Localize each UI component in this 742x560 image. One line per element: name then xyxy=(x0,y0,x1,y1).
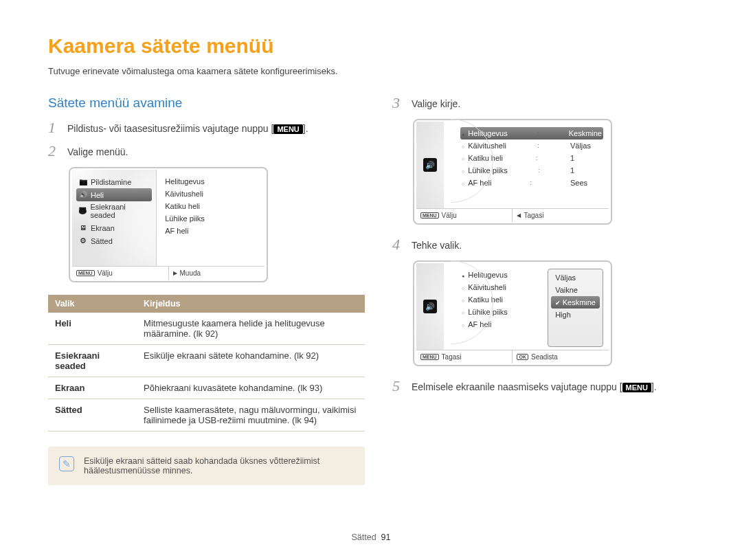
lcd-footer: MENUTagasi OKSeadista xyxy=(416,350,609,363)
step-3: 3 Valige kirje. xyxy=(392,96,694,111)
menu-item-pildistamine: Pildistamine xyxy=(76,175,152,188)
popup-option-selected: Keskmine xyxy=(551,296,600,309)
speaker-icon: 🔊 xyxy=(423,158,437,172)
step-1: 1 Pildistus- või taasesitusrežiimis vaju… xyxy=(48,120,365,135)
step1-text-post: ]. xyxy=(303,123,308,134)
table-row: Esiekraani seadedEsikülje ekraani sätete… xyxy=(48,345,365,377)
menu-item-ekraan: Ekraan xyxy=(76,221,152,234)
lcd-screenshot-item-select: 🔊 Helitugevus:Keskmine Käivitusheli:Välj… xyxy=(413,119,612,225)
step-number: 2 xyxy=(48,144,60,159)
ok-badge-small: OK xyxy=(517,354,528,360)
page-title: Kaamera sätete menüü xyxy=(48,34,694,58)
menu-item-satted: Sätted xyxy=(76,234,152,247)
lcd-left-pane: Pildistamine Heli Esiekraani seaded Ekra… xyxy=(72,170,157,266)
lcd-right-pane: Helitugevus Käivitusheli Katiku heli Lüh… xyxy=(157,170,265,266)
step2-text: Valige menüü. xyxy=(67,144,128,157)
step3-text: Valige kirje. xyxy=(412,96,460,109)
arc-decoration xyxy=(444,263,456,350)
lcd-left-icon-pane: 🔊 xyxy=(416,263,444,350)
menu-badge: MENU xyxy=(273,124,302,134)
options-table: Valik Kirjeldus HeliMitmesuguste kaamera… xyxy=(48,295,365,432)
value-popup: Väljas Vaikne Keskmine High xyxy=(548,269,603,347)
table-row: HeliMitmesuguste kaamera helide ja helit… xyxy=(48,313,365,345)
lcd-screenshot-value-select: 🔊 Helitugevus Käivitusheli Katiku heli L… xyxy=(413,260,612,366)
triangle-left-icon: ◀ xyxy=(517,212,521,219)
child-icon xyxy=(78,207,87,216)
step5-text-pre: Eelmisele ekraanile naasmiseks vajutage … xyxy=(412,381,622,392)
step-2: 2 Valige menüü. xyxy=(48,144,365,159)
note-text: Esikülje ekraani sätteid saab kohandada … xyxy=(84,456,354,475)
left-column: Sätete menüü avamine 1 Pildistus- või ta… xyxy=(48,96,365,485)
menu-item-esiekraani: Esiekraani seaded xyxy=(76,201,152,221)
note-box: ✎ Esikülje ekraani sätteid saab kohandad… xyxy=(48,447,365,485)
table-head-option: Valik xyxy=(48,295,137,313)
step-number: 1 xyxy=(48,120,60,135)
step-number: 5 xyxy=(392,379,405,394)
step5-text-post: ]. xyxy=(651,381,657,392)
submenu-item: AF heli xyxy=(164,225,259,237)
sound-icon xyxy=(78,190,87,199)
popup-option: High xyxy=(551,309,600,321)
menu-badge: MENU xyxy=(622,383,651,392)
submenu-item: Käivitusheli xyxy=(164,188,259,200)
step-5: 5 Eelmisele ekraanile naasmiseks vajutag… xyxy=(392,379,694,394)
step4-text: Tehke valik. xyxy=(412,237,462,251)
speaker-icon: 🔊 xyxy=(423,300,437,313)
page-footer: Sätted 91 xyxy=(0,533,742,542)
submenu-item: Helitugevus xyxy=(164,175,259,188)
table-row: EkraanPõhiekraani kuvasätete kohandamine… xyxy=(48,377,365,399)
menu-badge-small: MENU xyxy=(420,354,439,360)
gear-icon xyxy=(78,236,87,245)
menu-badge-small: MENU xyxy=(420,212,439,219)
table-row: SättedSelliste kaamerasätete, nagu mäluv… xyxy=(48,399,365,432)
screen-icon xyxy=(78,223,87,232)
arc-decoration xyxy=(444,122,456,208)
step1-text-pre: Pildistus- või taasesitusrežiimis vajuta… xyxy=(67,123,273,134)
right-column: 3 Valige kirje. 🔊 Helitugevus:Keskmine K… xyxy=(392,96,694,485)
note-icon: ✎ xyxy=(59,456,74,471)
menu-badge-small: MENU xyxy=(76,270,95,276)
step-number: 3 xyxy=(392,96,405,111)
popup-option: Väljas xyxy=(551,271,600,284)
step-4: 4 Tehke valik. xyxy=(392,237,694,252)
lcd-screenshot-menu: Pildistamine Heli Esiekraani seaded Ekra… xyxy=(69,167,268,282)
lcd-footer: MENUVälju ▶Muuda xyxy=(72,266,265,280)
triangle-right-icon: ▶ xyxy=(173,270,177,276)
page-intro: Tutvuge erinevate võimalustega oma kaame… xyxy=(48,66,694,76)
menu-item-heli: Heli xyxy=(76,188,152,201)
submenu-item: Lühike piiks xyxy=(164,212,259,225)
table-head-desc: Kirjeldus xyxy=(137,295,365,313)
section-heading: Sätete menüü avamine xyxy=(48,96,365,111)
submenu-item: Katiku heli xyxy=(164,200,259,212)
lcd-footer: MENUVälju ◀Tagasi xyxy=(416,208,609,222)
camera-icon xyxy=(78,177,87,186)
step-number: 4 xyxy=(392,237,405,252)
lcd-left-icon-pane: 🔊 xyxy=(416,122,444,208)
popup-option: Vaikne xyxy=(551,284,600,296)
